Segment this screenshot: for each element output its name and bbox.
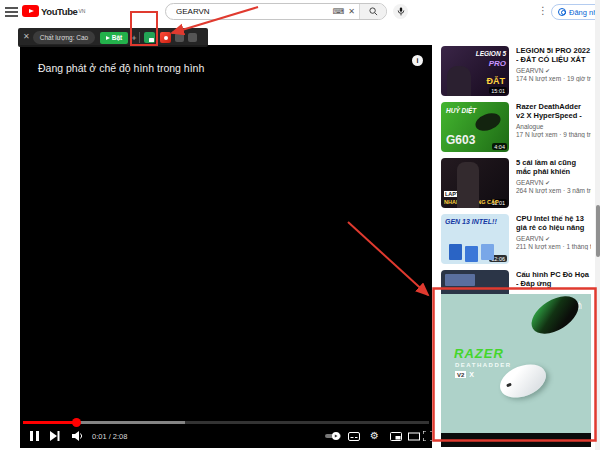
- sidebar-video-item[interactable]: 12:06 GEN 13 INTEL!! CPU Intel thế hệ 13…: [441, 214, 591, 266]
- channel-name: Analogue: [516, 123, 543, 130]
- pip-window[interactable]: ⋔ RAZER DEATHADDER V2 X: [441, 294, 591, 447]
- search-input[interactable]: [166, 7, 333, 16]
- razer-model-text: DEATHADDER: [455, 362, 512, 368]
- thumbnail-text: G603: [446, 133, 475, 147]
- verified-badge-icon: ✔: [545, 236, 550, 242]
- video-thumbnail[interactable]: 15:01 LEGION 5PROĐẮT: [441, 46, 509, 96]
- toggle-label: Bật: [112, 34, 122, 41]
- thumbnail-graphic: [447, 66, 471, 96]
- microphone-icon: [397, 7, 405, 16]
- separator: [139, 32, 140, 43]
- theater-icon: [408, 432, 420, 441]
- video-player[interactable]: Đang phát ở chế độ hình trong hình i 0:0…: [20, 45, 432, 448]
- thumbnail-graphic: [449, 244, 462, 260]
- video-title[interactable]: CPU Intel thế hệ 13 giá rẻ có hiệu năng …: [516, 214, 591, 232]
- sidebar-video-item[interactable]: 15:01 LEGION 5PROĐẮT LEGION 5i PRO 2022 …: [441, 46, 591, 98]
- channel-row[interactable]: GEARVN ✔: [516, 235, 591, 242]
- sidebar-video-item[interactable]: 11:01 LAPTOPNHANH XUỐNG CẤP 5 cái lầm ai…: [441, 158, 591, 210]
- sign-in-button[interactable]: Đăng nhập: [551, 4, 600, 20]
- volume-button[interactable]: [72, 429, 84, 443]
- channel-name: GEARVN: [516, 179, 543, 186]
- extension-close-icon[interactable]: ✕: [23, 33, 30, 41]
- play-glyph-icon: [106, 36, 110, 40]
- country-code: VN: [78, 8, 85, 14]
- pip-bottom-bar: [441, 433, 591, 447]
- progress-scrubber[interactable]: [72, 418, 81, 427]
- youtube-logo-text: YouTube: [41, 6, 77, 17]
- thumbnail-text: HUỶ DIỆT: [446, 107, 476, 114]
- page-scrollbar[interactable]: [595, 0, 600, 450]
- video-meta: 174 N lượt xem · 19 giờ trước: [516, 75, 591, 82]
- pip-video-frame[interactable]: ⋔ RAZER DEATHADDER V2 X: [441, 294, 591, 433]
- video-thumbnail[interactable]: 4:04 HUỶ DIỆTG603: [441, 102, 509, 152]
- channel-name: GEARVN: [516, 235, 543, 242]
- video-thumbnail[interactable]: 11:01 LAPTOPNHANH XUỐNG CẤP: [441, 158, 509, 208]
- video-title[interactable]: LEGION 5i PRO 2022 - ĐẮT CÓ LIỆU XẮT RA …: [516, 46, 591, 64]
- next-button[interactable]: [50, 429, 60, 443]
- thumbnail-text: PRO: [489, 59, 506, 68]
- duration-badge: 15:01: [489, 87, 507, 94]
- search-button[interactable]: [359, 4, 386, 19]
- pip-extension-icon[interactable]: [144, 32, 155, 43]
- video-meta: 211 N lượt xem · 1 tháng trước: [516, 243, 591, 250]
- progress-bar[interactable]: [23, 421, 429, 424]
- voice-search-button[interactable]: [393, 4, 408, 19]
- video-title[interactable]: Cấu hình PC Đồ Họa - Đáp ứng: [516, 270, 591, 288]
- highlighted-extension-icon[interactable]: [160, 32, 171, 43]
- autoplay-toggle[interactable]: [325, 429, 341, 443]
- thumbnail-graphic: [473, 110, 503, 134]
- channel-row[interactable]: GEARVN ✔: [516, 67, 591, 74]
- razer-version-badge: V2: [455, 371, 466, 378]
- hamburger-menu-icon[interactable]: [5, 7, 18, 17]
- thumbnail-text: ĐẮT: [487, 76, 506, 86]
- gear-icon: ⚙: [370, 431, 379, 441]
- info-icon[interactable]: i: [412, 55, 423, 66]
- next-icon: [50, 431, 60, 441]
- verified-badge-icon: ✔: [545, 68, 550, 74]
- miniplayer-icon: [390, 432, 402, 441]
- thumbnail-text: GEN 13 INTEL!!: [445, 218, 497, 225]
- thumbnail-text: LEGION 5: [476, 50, 506, 57]
- subtitles-icon: [348, 432, 360, 441]
- video-title[interactable]: 5 cái lầm ai cũng mắc phải khiến laptop …: [516, 158, 591, 176]
- settings-button[interactable]: ⚙: [370, 429, 379, 443]
- theater-mode-button[interactable]: [408, 429, 420, 443]
- miniplayer-button[interactable]: [390, 429, 402, 443]
- search-box[interactable]: ⌨ ✕: [165, 3, 387, 20]
- pause-button[interactable]: [30, 429, 39, 443]
- extra-extension-icon-1[interactable]: [175, 33, 184, 42]
- progress-played: [23, 421, 76, 424]
- channel-row[interactable]: GEARVN ✔: [516, 179, 591, 186]
- pip-playing-message: Đang phát ở chế độ hình trong hình: [38, 62, 204, 74]
- fullscreen-icon: [423, 431, 433, 441]
- youtube-play-icon: [22, 5, 39, 17]
- fullscreen-button[interactable]: [423, 429, 433, 443]
- video-thumbnail[interactable]: 12:06 GEN 13 INTEL!!: [441, 214, 509, 264]
- video-title[interactable]: Razer DeathAdder v2 X HyperSpeed - Rất đ…: [516, 102, 591, 120]
- razer-brand-text: RAZER: [454, 346, 504, 361]
- clear-search-icon[interactable]: ✕: [348, 8, 355, 16]
- youtube-logo[interactable]: YouTube VN: [22, 5, 85, 17]
- video-meta: 17 N lượt xem · 9 tháng trước: [516, 131, 591, 138]
- dark-green-mouse-image: [525, 294, 585, 341]
- expand-icon[interactable]: ＋: [130, 32, 138, 43]
- top-header: YouTube VN ⌨ ✕ ⋮ Đăng nhập: [0, 0, 600, 25]
- quality-toggle-badge[interactable]: Bật: [100, 32, 128, 44]
- quality-label: Chất lượng: Cao: [33, 31, 95, 44]
- thumbnail-graphic: [457, 162, 479, 208]
- scrollbar-thumb[interactable]: [596, 205, 600, 257]
- extension-overlay-bar: ✕ Chất lượng: Cao Bật ＋: [18, 28, 208, 47]
- extra-extension-icon-2[interactable]: [188, 33, 197, 42]
- volume-icon: [72, 431, 84, 441]
- autoplay-icon: [325, 432, 341, 440]
- person-icon: [558, 8, 566, 16]
- duration-badge: 4:04: [492, 143, 507, 150]
- sidebar-video-item[interactable]: 4:04 HUỶ DIỆTG603 Razer DeathAdder v2 X …: [441, 102, 591, 154]
- pause-icon: [30, 431, 39, 441]
- keyboard-icon[interactable]: ⌨: [333, 8, 345, 16]
- time-display: 0:01 / 2:08: [92, 432, 127, 441]
- more-options-icon[interactable]: ⋮: [538, 5, 548, 16]
- video-meta: 264 N lượt xem · 3 năm trước: [516, 187, 591, 194]
- channel-row[interactable]: Analogue ✔: [516, 123, 591, 130]
- subtitles-button[interactable]: [348, 429, 360, 443]
